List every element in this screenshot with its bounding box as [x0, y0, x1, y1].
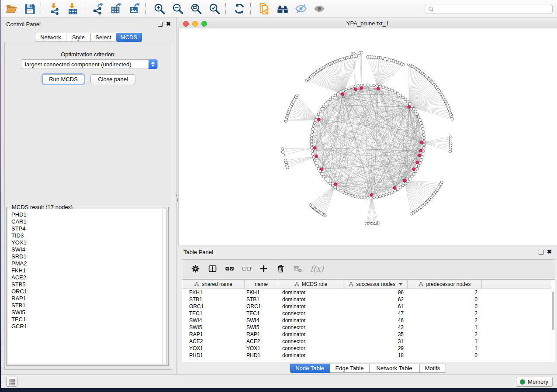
export-network-icon[interactable]: [90, 2, 106, 15]
collapse-left-icon[interactable]: [176, 194, 177, 197]
mcds-result-item[interactable]: CAR1: [8, 218, 166, 225]
first-neighbors-icon[interactable]: [275, 2, 291, 15]
mcds-result-item[interactable]: STB1: [8, 302, 166, 309]
cell[interactable]: STB1: [182, 296, 245, 303]
create-column-icon[interactable]: [258, 264, 269, 274]
tab-edge-table[interactable]: Edge Table: [330, 364, 370, 373]
zoom-in-icon[interactable]: [152, 2, 167, 15]
mcds-result-item[interactable]: ACE2: [8, 274, 166, 281]
mcds-result-item[interactable]: YOX1: [8, 239, 166, 246]
cell[interactable]: SWI5: [245, 324, 278, 331]
cell[interactable]: 2: [408, 289, 482, 296]
cell[interactable]: 2: [408, 331, 482, 338]
cell[interactable]: 18: [343, 352, 408, 359]
cell[interactable]: 1: [408, 338, 482, 345]
zoom-fit-icon[interactable]: [188, 2, 204, 15]
cell[interactable]: dominator: [278, 317, 343, 324]
cell[interactable]: 61: [343, 303, 408, 310]
panel-menu-button[interactable]: [6, 377, 17, 387]
close-panel-icon[interactable]: ✖: [166, 21, 171, 27]
deselect-all-columns-icon[interactable]: [241, 264, 252, 274]
cell[interactable]: connector: [278, 310, 343, 317]
column-header-name[interactable]: name: [245, 280, 278, 289]
cell[interactable]: STB1: [245, 296, 278, 303]
table-scrollbar[interactable]: [551, 289, 555, 362]
cell[interactable]: 0: [408, 352, 482, 359]
cell[interactable]: 47: [343, 310, 408, 317]
cell[interactable]: RAP1: [245, 331, 278, 338]
tab-select[interactable]: Select: [91, 33, 116, 42]
cell[interactable]: 0: [408, 296, 482, 303]
close-panel-button[interactable]: Close panel: [90, 74, 135, 84]
export-image-icon[interactable]: [127, 2, 142, 15]
mcds-result-item[interactable]: PHD1: [8, 211, 166, 218]
table-row[interactable]: SWI4SWI4dominator462: [182, 317, 551, 324]
column-header-shared-name[interactable]: shared name: [182, 280, 245, 289]
run-mcds-button[interactable]: Run MCDS: [42, 74, 84, 84]
float-table-panel-icon[interactable]: [539, 250, 543, 254]
cell[interactable]: dominator: [278, 296, 343, 303]
close-table-panel-icon[interactable]: ✖: [547, 248, 552, 255]
cell[interactable]: 1: [408, 345, 482, 352]
cell[interactable]: ORC1: [245, 303, 278, 310]
cell[interactable]: 31: [343, 338, 408, 345]
import-table-icon[interactable]: [65, 2, 81, 15]
tab-network-table[interactable]: Network Table: [370, 364, 420, 373]
new-network-from-selection-icon[interactable]: [256, 2, 272, 15]
window-zoom-icon[interactable]: [201, 21, 207, 27]
column-header-predecessor-nodes[interactable]: predecessor nodes: [408, 280, 482, 289]
criterion-dropdown[interactable]: largest connected component (undirected): [21, 59, 158, 69]
list-scrollbar-track[interactable]: [162, 209, 166, 364]
window-minimize-icon[interactable]: [192, 21, 198, 27]
mcds-result-item[interactable]: PMA2: [8, 260, 166, 267]
cell[interactable]: connector: [278, 324, 343, 331]
cell[interactable]: 2: [408, 310, 482, 317]
cell[interactable]: 43: [343, 324, 408, 331]
window-close-icon[interactable]: [183, 21, 189, 27]
mcds-result-list[interactable]: PHD1CAR1STP4TID3YOX1SWI4SRD1PMA2FKH1ACE2…: [8, 209, 167, 364]
refresh-layout-icon[interactable]: [232, 2, 247, 15]
mcds-result-item[interactable]: FKH1: [8, 267, 166, 274]
zoom-selected-icon[interactable]: [207, 2, 222, 15]
table-row[interactable]: STB1STB1dominator620: [182, 296, 551, 303]
mcds-result-item[interactable]: RAP1: [8, 295, 166, 302]
table-row[interactable]: ACE2ACE2connector311: [182, 338, 551, 345]
mcds-result-item[interactable]: GCR1: [8, 323, 166, 330]
hide-selected-icon[interactable]: [293, 2, 309, 15]
cell[interactable]: 96: [343, 289, 408, 296]
mcds-result-item[interactable]: ORC1: [8, 288, 166, 295]
cell[interactable]: dominator: [278, 331, 343, 338]
cell[interactable]: TEC1: [182, 310, 245, 317]
function-builder-icon[interactable]: f(x): [310, 264, 324, 273]
mcds-result-item[interactable]: STB5: [8, 281, 166, 288]
table-row[interactable]: PHD1PHD1dominator180: [182, 352, 551, 359]
cell[interactable]: 29: [343, 345, 408, 352]
open-file-icon[interactable]: [3, 2, 19, 15]
cell[interactable]: 1: [408, 324, 482, 331]
cell[interactable]: 2: [408, 317, 482, 324]
delete-column-icon[interactable]: [275, 264, 286, 274]
cell[interactable]: ACE2: [182, 338, 245, 345]
cell[interactable]: 0: [408, 303, 482, 310]
cell[interactable]: FKH1: [245, 289, 278, 296]
table-row[interactable]: TEC1TEC1connector472: [182, 310, 551, 317]
cell[interactable]: FKH1: [182, 289, 245, 296]
cell[interactable]: 46: [343, 317, 408, 324]
cell[interactable]: 62: [343, 296, 408, 303]
zoom-out-icon[interactable]: [170, 2, 186, 15]
tab-style[interactable]: Style: [66, 33, 91, 42]
mcds-result-item[interactable]: TEC1: [8, 316, 166, 323]
mcds-result-item[interactable]: STP4: [8, 225, 166, 232]
cell[interactable]: dominator: [278, 289, 343, 296]
mcds-result-item[interactable]: SWI4: [8, 246, 166, 253]
cell[interactable]: YOX1: [245, 345, 278, 352]
import-network-icon[interactable]: [47, 2, 62, 15]
cell[interactable]: ORC1: [182, 303, 245, 310]
cell[interactable]: TEC1: [245, 310, 278, 317]
delete-table-icon[interactable]: [292, 264, 303, 274]
column-header-successor-nodes[interactable]: successor nodes: [343, 280, 408, 289]
cell[interactable]: PHD1: [245, 352, 278, 359]
export-table-icon[interactable]: [108, 2, 124, 15]
cell[interactable]: YOX1: [182, 345, 245, 352]
cell[interactable]: SWI5: [182, 324, 245, 331]
